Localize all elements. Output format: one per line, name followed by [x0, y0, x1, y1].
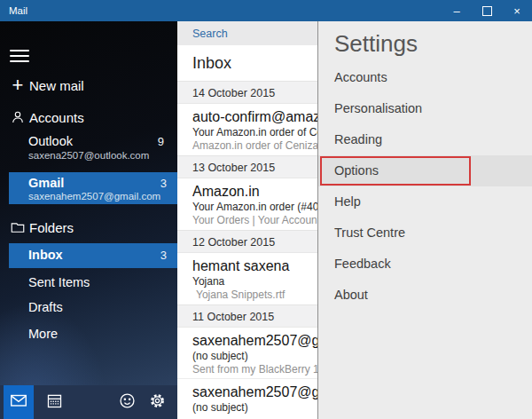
close-icon: × [513, 4, 520, 18]
folder-icon [9, 218, 27, 236]
email-list-item[interactable]: saxenahem2507@gmail.com (no subject) [177, 379, 317, 419]
settings-menu: Accounts Personalisation Reading Options… [318, 62, 532, 311]
minimize-button[interactable]: – [442, 0, 472, 21]
unread-count-badge: 3 [160, 177, 167, 190]
settings-item-help[interactable]: Help [318, 186, 532, 217]
mail-view-button[interactable] [4, 385, 34, 419]
account-email: saxenahem2507@gmail.com [28, 191, 160, 202]
email-list-item[interactable]: hemant saxena Yojana Yojana Snippets.rtf [177, 253, 317, 304]
inbox-heading: Inbox [177, 45, 317, 81]
settings-item-reading[interactable]: Reading [318, 124, 532, 155]
email-attachment-name: Yojana Snippets.rtf [192, 289, 317, 302]
account-name: Outlook [28, 134, 73, 148]
account-outlook[interactable]: Outlook 9 saxena2507@outlook.com [0, 134, 177, 168]
folder-name: Inbox [28, 248, 63, 262]
email-sender: saxenahem2507@gmail.com [192, 332, 317, 350]
email-preview: Amazon.in order of Cenizas Wom [192, 139, 317, 153]
new-mail-label: New mail [29, 78, 84, 93]
maximize-button[interactable] [472, 0, 502, 21]
search-button[interactable]: Search [177, 21, 317, 45]
unread-count-badge: 9 [158, 135, 164, 148]
folder-drafts[interactable]: Drafts [28, 300, 63, 314]
mail-app-window: Mail – × + New mail Accounts Outlook 9 [0, 0, 532, 419]
message-list-pane: Search Inbox 14 October 2015 auto-confir… [177, 21, 317, 419]
calendar-view-button[interactable] [39, 385, 69, 419]
email-sender: auto-confirm@amazon.in [192, 108, 317, 126]
account-name: Gmail [28, 176, 64, 190]
window-title: Mail [0, 5, 442, 16]
account-email: saxena2507@outlook.com [28, 150, 149, 161]
plus-icon: + [9, 76, 27, 94]
settings-item-label: Options [334, 163, 379, 178]
person-icon [9, 108, 27, 126]
folder-sent-items[interactable]: Sent Items [28, 275, 90, 289]
hamburger-menu-icon[interactable] [10, 50, 29, 64]
email-subject: Your Amazon.in order of Cenizas Wom [192, 126, 317, 139]
email-preview: Your Orders | Your Account | Ama [192, 214, 317, 227]
email-list-item[interactable]: Amazon.in Your Amazon.in order (#404-668… [177, 178, 317, 230]
settings-panel: Settings Accounts Personalisation Readin… [317, 21, 532, 419]
settings-item-feedback[interactable]: Feedback [318, 249, 532, 280]
email-subject: (no subject) [192, 401, 317, 415]
feedback-smiley-button[interactable] [112, 385, 142, 419]
settings-item-accounts[interactable]: Accounts [318, 62, 532, 93]
settings-item-about[interactable]: About [318, 280, 532, 311]
settings-item-options[interactable]: Options [318, 155, 532, 186]
minimize-icon: – [453, 4, 459, 18]
gear-icon [148, 391, 167, 414]
date-group-header: 11 October 2015 [177, 304, 317, 328]
calendar-icon [45, 391, 64, 414]
email-sender: Amazon.in [192, 183, 317, 201]
email-preview: Sent from my BlackBerry 10 smart [192, 363, 317, 376]
titlebar: Mail – × [0, 0, 532, 21]
folders-section-button[interactable]: Folders [0, 215, 177, 240]
close-button[interactable]: × [502, 0, 532, 21]
email-subject: Your Amazon.in order (#404-6683 [192, 201, 317, 214]
account-gmail[interactable]: Gmail 3 saxenahem2507@gmail.com [9, 172, 177, 204]
email-subject: Yojana [192, 275, 317, 289]
accounts-section-button[interactable]: Accounts [0, 105, 177, 130]
email-sender: hemant saxena [192, 257, 317, 275]
search-label: Search [192, 28, 228, 40]
mail-icon [9, 391, 28, 414]
smiley-icon [118, 391, 137, 414]
folders-label: Folders [29, 220, 74, 235]
new-mail-button[interactable]: + New mail [0, 73, 177, 98]
settings-item-trust-centre[interactable]: Trust Centre [318, 217, 532, 249]
folder-inbox[interactable]: Inbox 3 [9, 243, 177, 268]
email-list-item[interactable]: saxenahem2507@gmail.com (no subject) Sen… [177, 328, 317, 379]
email-sender: saxenahem2507@gmail.com [192, 383, 317, 401]
unread-count-badge: 3 [160, 249, 167, 262]
maximize-icon [482, 6, 492, 16]
settings-title: Settings [318, 28, 532, 59]
folder-more[interactable]: More [28, 327, 58, 341]
sidebar-bottom-bar [0, 385, 177, 419]
accounts-label: Accounts [29, 110, 84, 125]
sidebar: + New mail Accounts Outlook 9 saxena2507… [0, 21, 177, 419]
email-list-item[interactable]: auto-confirm@amazon.in Your Amazon.in or… [177, 104, 317, 155]
date-group-header: 13 October 2015 [177, 155, 317, 178]
email-subject: (no subject) [192, 350, 317, 363]
settings-item-personalisation[interactable]: Personalisation [318, 93, 532, 124]
date-group-header: 14 October 2015 [177, 81, 317, 104]
date-group-header: 12 October 2015 [177, 230, 317, 253]
settings-gear-button[interactable] [142, 385, 172, 419]
window-controls: – × [442, 0, 532, 21]
